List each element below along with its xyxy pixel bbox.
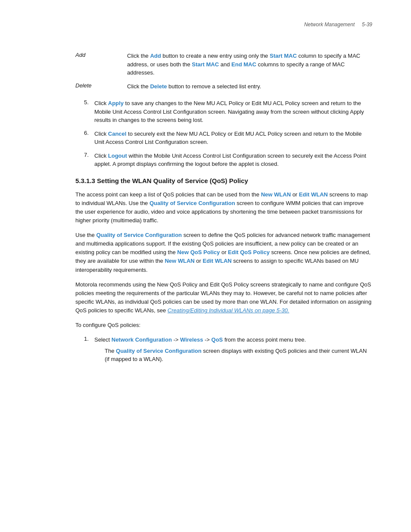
qos-config-link2: Quality of Service Configuration (96, 232, 182, 238)
creating-editing-link[interactable]: Creating/Editing Individual WLANs on pag… (168, 307, 290, 314)
step-1-subnote: The Quality of Service Configuration scr… (105, 347, 372, 364)
section-step-1-text: Select Network Configuration -> Wireless… (94, 336, 372, 364)
paragraph-4: To configure QoS policies: (75, 321, 372, 330)
qos-link: QoS (212, 336, 223, 343)
new-wlan-link2: New WLAN (165, 258, 194, 264)
start-mac-link2: Start MAC (192, 61, 219, 68)
step-7-num: 7. (84, 152, 94, 158)
section-steps: 1. Select Network Configuration -> Wirel… (84, 336, 372, 364)
end-mac-link: End MAC (231, 61, 256, 68)
start-mac-link1: Start MAC (270, 53, 297, 59)
step-7-text: Click Logout within the Mobile Unit Acce… (94, 152, 372, 168)
step-5: 5. Click Apply to save any changes to th… (84, 99, 372, 124)
entry-term-delete: Delete (75, 82, 127, 89)
qos-config-link3: Quality of Service Configuration (116, 348, 202, 354)
page-container: Network Management 5-39 Add Click the Ad… (0, 0, 411, 532)
section-step-1-num: 1. (84, 336, 94, 342)
numbered-list-main: 5. Click Apply to save any changes to th… (84, 99, 372, 168)
step-7: 7. Click Logout within the Mobile Unit A… (84, 152, 372, 168)
cancel-link: Cancel (108, 131, 127, 137)
entry-def-add: Click the Add button to create a new ent… (127, 52, 372, 77)
entry-term-add: Add (75, 52, 127, 58)
step-6-num: 6. (84, 130, 94, 136)
edit-qos-link: Edit QoS Policy (228, 249, 270, 255)
header-text: Network Management (304, 22, 355, 28)
entry-row-add: Add Click the Add button to create a new… (75, 52, 372, 77)
qos-config-link1: Quality of Service Configuration (149, 200, 235, 206)
entry-def-delete: Click the Delete button to remove a sele… (127, 82, 372, 91)
new-wlan-link1: New WLAN (261, 191, 291, 198)
paragraph-3: Motorola recommends using the New QoS Po… (75, 280, 372, 315)
paragraph-2: Use the Quality of Service Configuration… (75, 231, 372, 274)
step-5-text: Click Apply to save any changes to the N… (94, 99, 372, 124)
page-number: 5-39 (362, 22, 372, 28)
step-6: 6. Click Cancel to securely exit the New… (84, 130, 372, 146)
add-link: Add (150, 53, 161, 59)
section-5313: 5.3.1.3 Setting the WLAN Quality of Serv… (75, 177, 372, 364)
paragraph-1: The access point can keep a list of QoS … (75, 190, 372, 225)
apply-link: Apply (108, 100, 124, 106)
new-qos-link: New QoS Policy (177, 249, 220, 255)
network-config-link: Network Configuration (112, 336, 172, 343)
edit-wlan-link2: Edit WLAN (203, 258, 232, 264)
section-step-1: 1. Select Network Configuration -> Wirel… (84, 336, 372, 364)
logout-link: Logout (108, 152, 127, 159)
step-5-num: 5. (84, 99, 94, 106)
content-area: Add Click the Add button to create a new… (75, 52, 372, 364)
page-header: Network Management 5-39 (304, 22, 372, 28)
step-6-text: Click Cancel to securely exit the New MU… (94, 130, 372, 146)
wireless-link: Wireless (180, 336, 203, 343)
entry-table: Add Click the Add button to create a new… (75, 52, 372, 90)
entry-row-delete: Delete Click the Delete button to remove… (75, 82, 372, 91)
section-heading: 5.3.1.3 Setting the WLAN Quality of Serv… (75, 177, 372, 184)
delete-link: Delete (150, 83, 167, 90)
edit-wlan-link1: Edit WLAN (299, 191, 328, 198)
